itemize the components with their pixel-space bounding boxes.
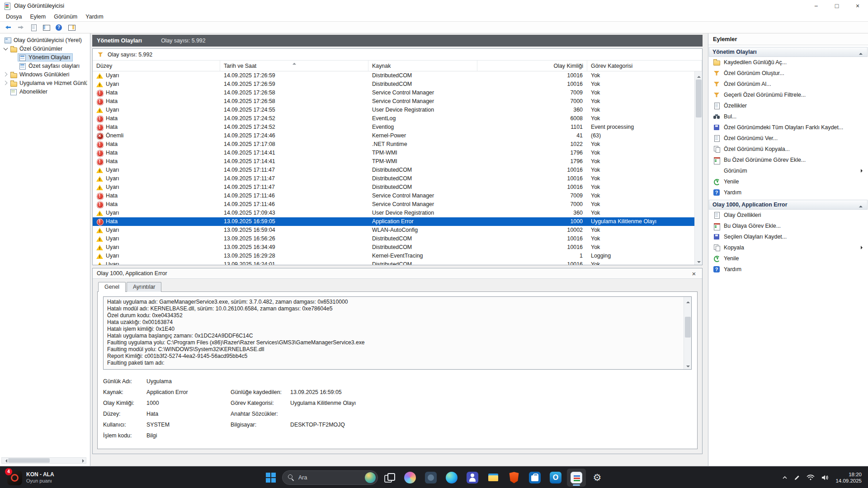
tree-item[interactable]: Özet sayfası olayları xyxy=(0,61,90,70)
action-item[interactable]: Bul... xyxy=(708,111,868,122)
column-header[interactable]: Olay Kimliği xyxy=(477,61,587,71)
tree-horizontal-scrollbar[interactable] xyxy=(1,457,86,464)
tree-item[interactable]: Yönetim Olayları xyxy=(0,53,90,61)
action-item[interactable]: Görünüm xyxy=(708,165,868,176)
pen-tray-icon[interactable] xyxy=(791,469,803,486)
help-button[interactable] xyxy=(53,23,65,33)
events-scrollbar[interactable] xyxy=(694,71,702,265)
action-item[interactable]: Yenile xyxy=(708,253,868,264)
tree-item[interactable]: Uygulama ve Hizmet Günlükleri xyxy=(0,79,90,87)
scroll-up-arrow-icon[interactable] xyxy=(695,71,703,79)
event-row[interactable]: Hata 14.09.2025 17:14:41 TPM-WMI 1796 Yo… xyxy=(93,157,694,166)
taskbar-app-button[interactable] xyxy=(567,469,586,487)
event-row[interactable]: Uyarı 13.09.2025 16:34:49 DistributedCOM… xyxy=(93,243,694,252)
tree-item[interactable]: Abonelikler xyxy=(0,87,90,96)
scrollbar-thumb[interactable] xyxy=(8,458,50,463)
taskbar-app-button[interactable] xyxy=(421,469,440,487)
event-row[interactable]: Uyarı 14.09.2025 17:26:59 DistributedCOM… xyxy=(93,71,694,80)
menu-item[interactable]: Dosya xyxy=(2,14,26,20)
tree-expander-icon[interactable] xyxy=(12,54,18,60)
event-row[interactable]: Hata 14.09.2025 17:14:41 TPM-WMI 1796 Yo… xyxy=(93,149,694,157)
taskbar-app-button[interactable] xyxy=(505,469,524,487)
action-item[interactable]: Yardım xyxy=(708,264,868,275)
tree-expander-icon[interactable] xyxy=(3,46,9,52)
action-item[interactable]: Özel Görünümü Kopyala... xyxy=(708,144,868,155)
taskbar-app-button[interactable] xyxy=(463,469,482,487)
scroll-left-arrow-icon[interactable] xyxy=(2,458,8,463)
description-scrollbar[interactable] xyxy=(684,297,691,369)
taskbar-clock[interactable]: 18:20 14.09.2025 xyxy=(833,471,864,484)
volume-icon[interactable] xyxy=(818,469,832,486)
collapse-section-icon[interactable] xyxy=(858,49,864,55)
event-row[interactable]: Uyarı 13.09.2025 16:56:26 DistributedCOM… xyxy=(93,235,694,243)
event-row[interactable]: Uyarı 13.09.2025 16:59:04 WLAN-AutoConfi… xyxy=(93,226,694,235)
close-button[interactable]: × xyxy=(847,0,868,12)
event-row[interactable]: Uyarı 14.09.2025 17:26:59 DistributedCOM… xyxy=(93,80,694,89)
action-section-header[interactable]: Olay 1000, Application Error xyxy=(709,200,868,210)
event-row[interactable]: Hata 14.09.2025 17:11:46 Service Control… xyxy=(93,192,694,200)
event-row[interactable]: Uyarı 14.09.2025 17:24:55 User Device Re… xyxy=(93,106,694,114)
export-button[interactable] xyxy=(28,23,39,33)
scroll-down-arrow-icon[interactable] xyxy=(684,362,692,369)
event-row[interactable]: Uyarı 13.09.2025 16:24:01 DistributedCOM… xyxy=(93,260,694,265)
event-row[interactable]: Uyarı 14.09.2025 17:11:47 DistributedCOM… xyxy=(93,174,694,183)
scrollbar-thumb[interactable] xyxy=(696,80,702,117)
wifi-icon[interactable] xyxy=(804,469,817,486)
action-item[interactable]: Bu Olaya Görev Ekle... xyxy=(708,221,868,231)
event-row[interactable]: Hata 14.09.2025 17:17:08 .NET Runtime 10… xyxy=(93,140,694,149)
console-tree-toggle-button[interactable] xyxy=(41,23,52,33)
action-item[interactable]: Kaydedilen Günlüğü Aç... xyxy=(708,57,868,68)
action-item[interactable]: Özel Görünümdeki Tüm Olayları Farklı Kay… xyxy=(708,122,868,133)
tree-item[interactable]: Özel Görünümler xyxy=(0,44,90,53)
action-item[interactable]: Özel Görünüm Oluştur... xyxy=(708,68,868,79)
scrollbar-thumb[interactable] xyxy=(685,317,691,338)
action-item[interactable]: Özel Görünümü Ver... xyxy=(708,133,868,144)
taskbar-app-button[interactable] xyxy=(442,469,461,487)
taskbar-app-button[interactable] xyxy=(484,469,503,487)
action-item[interactable]: Özel Görünüm Al... xyxy=(708,79,868,89)
event-row[interactable]: Uyarı 14.09.2025 17:09:43 User Device Re… xyxy=(93,209,694,217)
tree-item[interactable]: Olay Görüntüleyicisi (Yerel) xyxy=(0,36,90,44)
scroll-right-arrow-icon[interactable] xyxy=(80,458,86,463)
action-item[interactable]: Yardım xyxy=(708,187,868,198)
event-row[interactable]: Hata 14.09.2025 17:11:46 Service Control… xyxy=(93,200,694,209)
taskbar-app-button[interactable] xyxy=(525,469,544,487)
column-header[interactable]: Tarih ve Saat xyxy=(220,61,368,71)
menu-item[interactable]: Eylem xyxy=(26,14,50,20)
column-header[interactable]: Düzey xyxy=(93,61,220,71)
action-item[interactable]: Bu Özel Görünüme Görev Ekle... xyxy=(708,155,868,165)
search-box[interactable]: Ara xyxy=(282,470,378,485)
action-pane-toggle-button[interactable] xyxy=(66,23,77,33)
action-section-header[interactable]: Yönetim Olayları xyxy=(709,47,868,57)
taskbar-app-button[interactable] xyxy=(401,469,420,487)
minimize-button[interactable]: − xyxy=(806,0,826,12)
action-item[interactable]: Yenile xyxy=(708,176,868,187)
event-row[interactable]: Hata 13.09.2025 16:59:05 Application Err… xyxy=(93,217,694,226)
start-button[interactable] xyxy=(261,469,280,487)
event-row[interactable]: Hata 14.09.2025 17:24:52 EventLog 6008 Y… xyxy=(93,114,694,123)
panel-splitter[interactable] xyxy=(90,33,91,466)
tree-expander-icon[interactable] xyxy=(3,89,9,94)
close-detail-icon[interactable] xyxy=(690,270,698,277)
column-header[interactable]: Kaynak xyxy=(368,61,477,71)
maximize-button[interactable]: □ xyxy=(826,0,847,12)
event-row[interactable]: Uyarı 14.09.2025 17:11:47 DistributedCOM… xyxy=(93,166,694,174)
event-row[interactable]: Uyarı 13.09.2025 16:29:28 Kernel-EventTr… xyxy=(93,252,694,260)
collapse-section-icon[interactable] xyxy=(858,202,864,208)
action-item[interactable]: Özellikler xyxy=(708,100,868,111)
taskbar-app-button[interactable] xyxy=(588,469,607,487)
detail-tab[interactable]: Genel xyxy=(98,282,126,292)
tree-expander-icon[interactable] xyxy=(3,80,9,86)
scroll-down-arrow-icon[interactable] xyxy=(695,258,703,265)
event-row[interactable]: Hata 14.09.2025 17:26:58 Service Control… xyxy=(93,89,694,97)
event-row[interactable]: Hata 14.09.2025 17:26:58 Service Control… xyxy=(93,97,694,106)
back-button[interactable] xyxy=(3,23,14,33)
scroll-up-arrow-icon[interactable] xyxy=(684,297,692,304)
widgets-button[interactable]: 4 KON - ALA Oyun puanı xyxy=(5,469,57,486)
taskbar-app-button[interactable] xyxy=(546,469,565,487)
detail-tab[interactable]: Ayrıntılar xyxy=(127,282,161,292)
scrollbar-track[interactable] xyxy=(8,458,80,463)
tree-item[interactable]: Windows Günlükleri xyxy=(0,70,90,79)
action-item[interactable]: Olay Özellikleri xyxy=(708,210,868,221)
event-row[interactable]: Önemli 14.09.2025 17:24:46 Kernel-Power … xyxy=(93,131,694,140)
